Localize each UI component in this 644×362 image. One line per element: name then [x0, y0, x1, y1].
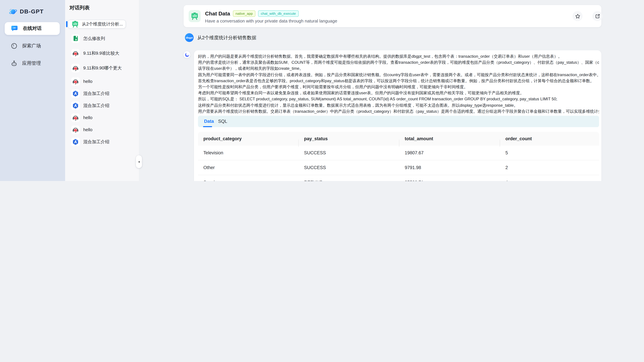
table-row: Snack REFUND 25530.71 4 [198, 175, 599, 181]
hexagon-a-icon [71, 101, 80, 110]
reasoning-line: 该字段在user表中），或者时间相关的字段如create_time。 [198, 66, 599, 72]
column-header: order_count [500, 136, 599, 141]
cell: 19807.67 [399, 150, 500, 155]
conversation-title: hello [83, 79, 92, 84]
book-icon [71, 34, 80, 43]
cell: 5 [500, 150, 599, 155]
reasoning-line: 首先检查transaction_order表是否包含足够的字段。product_… [198, 78, 599, 84]
hexagon-a-icon [71, 89, 80, 98]
cell: 2 [500, 165, 599, 170]
tab-data[interactable]: Data [204, 116, 214, 127]
sidebar-item-label: 探索广场 [22, 43, 41, 49]
tab-sql[interactable]: SQL [218, 116, 227, 127]
reasoning-line: 考虑到用户可能希望两个维度来自同一表以避免复杂连接，或者如果使用国家的话需要连接… [198, 90, 599, 96]
badge-scene: chat_with_db_execute [258, 10, 298, 17]
reasoning-line: 因为用户可能需要同一表中的两个字段进行分组，或者跨表连接。例如，按产品分类和国家… [198, 72, 599, 78]
column-header: total_amount [399, 136, 500, 141]
table-row: Television SUCCESS 19807.67 5 [198, 146, 599, 160]
column-header: pay_status [299, 136, 399, 141]
dbgpt-app: DB-GPT 在线对话 探索广场 应用管理 dbgpt dbgpt 对话列表 平… [0, 0, 644, 181]
page-subtitle: Have a conversation with your private da… [205, 18, 337, 24]
conversation-title: 混合加工介绍 [83, 90, 110, 96]
explore-icon [11, 42, 18, 49]
collapse-panel-handle[interactable] [136, 155, 142, 168]
cell: SUCCESS [299, 165, 399, 170]
conversation-title: 混合加工介绍 [83, 139, 110, 145]
column-header: product_category [198, 136, 299, 141]
cell: Television [198, 150, 299, 155]
conversation-item[interactable]: hello [68, 113, 137, 122]
sidebar-item-explore[interactable]: 探索广场 [5, 40, 60, 52]
conversation-item[interactable]: 混合加工介绍 [68, 101, 137, 110]
conversation-list: 平台小助手 从2个维度统计分析... 怎么修改列 9.11和9.9谁比较大 9.… [68, 18, 137, 149]
conversation-panel: 对话列表 平台小助手 从2个维度统计分析... 怎么修改列 9.11和9.9谁比… [65, 0, 139, 181]
sidebar-item-app-manage[interactable]: 应用管理 [5, 57, 60, 70]
reasoning-line: 另一个可能性是按时间和产品分类，但用户要求两个维度，时间可能需要按年或月分组，但… [198, 84, 599, 90]
reasoning-line: 这样按产品分类和付款状态两个维度进行统计，显示总金额和订单数量。数据展示方式适合… [198, 102, 599, 108]
conversation-item[interactable]: 怎么修改列 [68, 32, 137, 44]
conversation-item-selected[interactable]: 从2个维度统计分析... [68, 20, 126, 28]
user-message-text: 从2个维度统计分析销售数据 [197, 35, 256, 41]
chat-bubble-icon [11, 25, 18, 32]
star-button[interactable] [572, 11, 582, 21]
result-table: product_category pay_status total_amount… [198, 132, 599, 181]
assistant-message-bubble: 好的，用户的问题是要从两个维度统计分析销售数据。首先，我需要确定数据库中有哪些相… [194, 50, 602, 181]
sidebar-item-label: 在线对话 [23, 26, 42, 32]
conversation-item[interactable]: 混合加工介绍 [68, 137, 137, 146]
table-header-row: product_category pay_status total_amount… [198, 132, 599, 146]
chart-board-icon [71, 20, 80, 28]
sidebar-item-label: 应用管理 [22, 60, 41, 66]
conversation-item[interactable]: 混合加工介绍 [68, 88, 137, 98]
triangle-left-icon [138, 160, 140, 163]
headset-icon [71, 77, 80, 86]
deepseek-whale-icon [183, 51, 190, 58]
app-header-card: Chat Data native_app chat_with_db_execut… [184, 5, 602, 27]
conversation-title: hello [83, 115, 92, 120]
cell: Other [198, 165, 299, 170]
badge-native-app: native_app [233, 10, 256, 17]
reasoning-line: 所以，可能的SQL是： SELECT product_category, pay… [198, 96, 599, 102]
result-tabs: Data SQL [198, 116, 599, 127]
share-button[interactable] [592, 11, 602, 21]
app-logo[interactable]: DB-GPT [9, 8, 44, 16]
conversation-title: 9.11和9.90哪个更大 [83, 65, 122, 71]
app-logo-text: DB-GPT [20, 8, 44, 15]
cell: 4 [500, 180, 599, 181]
share-icon [594, 13, 600, 19]
sidebar: DB-GPT 在线对话 探索广场 应用管理 dbgpt dbgpt [0, 0, 65, 181]
chart-board-icon [188, 10, 201, 22]
conversation-item[interactable]: hello [68, 125, 137, 134]
conversation-item[interactable]: 9.11和9.9谁比较大 [68, 47, 137, 60]
reasoning-line: 用户的需求是统计分析，通常涉及聚合函数如SUM、COUNT等，而两个维度可能是指… [198, 60, 599, 66]
conversation-title: 怎么修改列 [83, 36, 105, 42]
cell: REFUND [299, 180, 399, 181]
planet-icon [9, 8, 18, 16]
conversation-title: hello [83, 127, 92, 132]
cell: 9791.98 [399, 165, 500, 170]
star-icon [575, 13, 580, 19]
cell: Snack [198, 180, 299, 181]
conversation-title: 混合加工介绍 [83, 102, 110, 108]
headset-icon [71, 125, 80, 134]
conversation-item[interactable]: 9.11和9.90哪个更大 [68, 62, 137, 74]
headset-icon [71, 64, 80, 72]
conversation-title: 9.11和9.9谁比较大 [83, 50, 119, 56]
robot-icon [11, 60, 18, 67]
reasoning-line: 好的，用户的问题是要从两个维度统计分析销售数据。首先，我需要确定数据库中有哪些相… [198, 53, 599, 60]
assistant-reasoning-text: 好的，用户的问题是要从两个维度统计分析销售数据。首先，我需要确定数据库中有哪些相… [198, 53, 599, 114]
headset-icon [71, 113, 80, 122]
headset-icon [71, 49, 80, 58]
reasoning-line: 用户需要从两个维度统计分析销售数据。交易订单表（transaction_orde… [198, 108, 599, 114]
conversation-item[interactable]: hello [68, 76, 137, 86]
table-row: Other SUCCESS 9791.98 2 [198, 160, 599, 175]
page-title: Chat Data [205, 10, 230, 16]
hexagon-a-icon [71, 138, 80, 146]
avatar: dbgpt [185, 33, 194, 42]
cell: SUCCESS [299, 150, 399, 155]
conversation-list-title: 对话列表 [70, 5, 90, 11]
sidebar-item-online-chat[interactable]: 在线对话 [5, 22, 60, 35]
conversation-title: 从2个维度统计分析... [82, 21, 123, 27]
cell: 25530.71 [399, 180, 500, 181]
active-tab-indicator [203, 126, 212, 127]
